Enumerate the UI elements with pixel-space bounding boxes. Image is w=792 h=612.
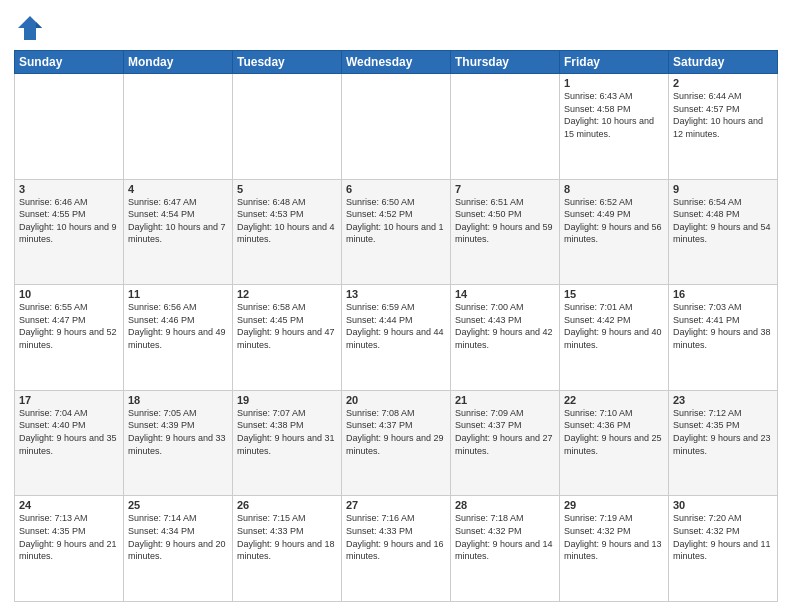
day-number: 17 [19,394,119,406]
calendar-cell: 7Sunrise: 6:51 AM Sunset: 4:50 PM Daylig… [451,179,560,285]
calendar-cell: 15Sunrise: 7:01 AM Sunset: 4:42 PM Dayli… [560,285,669,391]
day-info: Sunrise: 7:19 AM Sunset: 4:32 PM Dayligh… [564,513,662,561]
calendar-week-1: 1Sunrise: 6:43 AM Sunset: 4:58 PM Daylig… [15,74,778,180]
calendar-cell [451,74,560,180]
day-info: Sunrise: 6:50 AM Sunset: 4:52 PM Dayligh… [346,197,444,245]
day-number: 26 [237,499,337,511]
day-info: Sunrise: 7:08 AM Sunset: 4:37 PM Dayligh… [346,408,444,456]
day-info: Sunrise: 6:59 AM Sunset: 4:44 PM Dayligh… [346,302,444,350]
day-info: Sunrise: 6:44 AM Sunset: 4:57 PM Dayligh… [673,91,763,139]
weekday-monday: Monday [124,51,233,74]
calendar-cell: 1Sunrise: 6:43 AM Sunset: 4:58 PM Daylig… [560,74,669,180]
calendar-cell [342,74,451,180]
calendar-cell: 22Sunrise: 7:10 AM Sunset: 4:36 PM Dayli… [560,390,669,496]
day-info: Sunrise: 6:55 AM Sunset: 4:47 PM Dayligh… [19,302,117,350]
calendar-body: 1Sunrise: 6:43 AM Sunset: 4:58 PM Daylig… [15,74,778,602]
day-number: 6 [346,183,446,195]
calendar-cell: 5Sunrise: 6:48 AM Sunset: 4:53 PM Daylig… [233,179,342,285]
day-number: 7 [455,183,555,195]
day-info: Sunrise: 6:51 AM Sunset: 4:50 PM Dayligh… [455,197,553,245]
day-number: 19 [237,394,337,406]
day-number: 1 [564,77,664,89]
day-info: Sunrise: 6:52 AM Sunset: 4:49 PM Dayligh… [564,197,662,245]
day-number: 29 [564,499,664,511]
day-info: Sunrise: 7:07 AM Sunset: 4:38 PM Dayligh… [237,408,335,456]
weekday-wednesday: Wednesday [342,51,451,74]
day-number: 23 [673,394,773,406]
day-number: 15 [564,288,664,300]
day-info: Sunrise: 7:18 AM Sunset: 4:32 PM Dayligh… [455,513,553,561]
calendar-week-5: 24Sunrise: 7:13 AM Sunset: 4:35 PM Dayli… [15,496,778,602]
day-number: 8 [564,183,664,195]
calendar-week-2: 3Sunrise: 6:46 AM Sunset: 4:55 PM Daylig… [15,179,778,285]
day-info: Sunrise: 6:56 AM Sunset: 4:46 PM Dayligh… [128,302,226,350]
calendar-cell: 13Sunrise: 6:59 AM Sunset: 4:44 PM Dayli… [342,285,451,391]
calendar-cell: 16Sunrise: 7:03 AM Sunset: 4:41 PM Dayli… [669,285,778,391]
day-number: 18 [128,394,228,406]
calendar-cell: 14Sunrise: 7:00 AM Sunset: 4:43 PM Dayli… [451,285,560,391]
day-info: Sunrise: 6:58 AM Sunset: 4:45 PM Dayligh… [237,302,335,350]
calendar-cell [233,74,342,180]
calendar-cell [15,74,124,180]
day-number: 20 [346,394,446,406]
day-number: 22 [564,394,664,406]
calendar-cell: 18Sunrise: 7:05 AM Sunset: 4:39 PM Dayli… [124,390,233,496]
weekday-sunday: Sunday [15,51,124,74]
day-number: 5 [237,183,337,195]
day-number: 13 [346,288,446,300]
logo-icon [16,14,44,42]
day-number: 11 [128,288,228,300]
header [14,10,778,42]
calendar-cell: 4Sunrise: 6:47 AM Sunset: 4:54 PM Daylig… [124,179,233,285]
day-info: Sunrise: 7:20 AM Sunset: 4:32 PM Dayligh… [673,513,771,561]
day-number: 28 [455,499,555,511]
calendar-cell: 26Sunrise: 7:15 AM Sunset: 4:33 PM Dayli… [233,496,342,602]
day-info: Sunrise: 7:13 AM Sunset: 4:35 PM Dayligh… [19,513,117,561]
calendar-cell: 25Sunrise: 7:14 AM Sunset: 4:34 PM Dayli… [124,496,233,602]
weekday-thursday: Thursday [451,51,560,74]
calendar-cell: 2Sunrise: 6:44 AM Sunset: 4:57 PM Daylig… [669,74,778,180]
day-info: Sunrise: 7:16 AM Sunset: 4:33 PM Dayligh… [346,513,444,561]
calendar-cell: 27Sunrise: 7:16 AM Sunset: 4:33 PM Dayli… [342,496,451,602]
weekday-tuesday: Tuesday [233,51,342,74]
day-info: Sunrise: 7:12 AM Sunset: 4:35 PM Dayligh… [673,408,771,456]
day-number: 27 [346,499,446,511]
day-info: Sunrise: 7:03 AM Sunset: 4:41 PM Dayligh… [673,302,771,350]
calendar-cell: 10Sunrise: 6:55 AM Sunset: 4:47 PM Dayli… [15,285,124,391]
day-info: Sunrise: 7:14 AM Sunset: 4:34 PM Dayligh… [128,513,226,561]
day-number: 14 [455,288,555,300]
logo [14,14,44,42]
day-info: Sunrise: 6:54 AM Sunset: 4:48 PM Dayligh… [673,197,771,245]
calendar-cell: 21Sunrise: 7:09 AM Sunset: 4:37 PM Dayli… [451,390,560,496]
day-info: Sunrise: 6:46 AM Sunset: 4:55 PM Dayligh… [19,197,117,245]
calendar-cell: 9Sunrise: 6:54 AM Sunset: 4:48 PM Daylig… [669,179,778,285]
day-number: 3 [19,183,119,195]
calendar-cell: 30Sunrise: 7:20 AM Sunset: 4:32 PM Dayli… [669,496,778,602]
calendar-cell: 8Sunrise: 6:52 AM Sunset: 4:49 PM Daylig… [560,179,669,285]
calendar-cell: 24Sunrise: 7:13 AM Sunset: 4:35 PM Dayli… [15,496,124,602]
page: SundayMondayTuesdayWednesdayThursdayFrid… [0,0,792,612]
day-number: 24 [19,499,119,511]
day-info: Sunrise: 6:48 AM Sunset: 4:53 PM Dayligh… [237,197,335,245]
calendar-week-3: 10Sunrise: 6:55 AM Sunset: 4:47 PM Dayli… [15,285,778,391]
weekday-saturday: Saturday [669,51,778,74]
calendar-cell: 3Sunrise: 6:46 AM Sunset: 4:55 PM Daylig… [15,179,124,285]
calendar-cell: 12Sunrise: 6:58 AM Sunset: 4:45 PM Dayli… [233,285,342,391]
day-number: 9 [673,183,773,195]
day-number: 12 [237,288,337,300]
calendar-cell: 20Sunrise: 7:08 AM Sunset: 4:37 PM Dayli… [342,390,451,496]
calendar-cell: 28Sunrise: 7:18 AM Sunset: 4:32 PM Dayli… [451,496,560,602]
day-info: Sunrise: 7:09 AM Sunset: 4:37 PM Dayligh… [455,408,553,456]
weekday-header-row: SundayMondayTuesdayWednesdayThursdayFrid… [15,51,778,74]
calendar-week-4: 17Sunrise: 7:04 AM Sunset: 4:40 PM Dayli… [15,390,778,496]
day-info: Sunrise: 7:01 AM Sunset: 4:42 PM Dayligh… [564,302,662,350]
day-number: 25 [128,499,228,511]
svg-marker-1 [36,22,42,28]
day-number: 4 [128,183,228,195]
day-info: Sunrise: 6:43 AM Sunset: 4:58 PM Dayligh… [564,91,654,139]
calendar-cell: 19Sunrise: 7:07 AM Sunset: 4:38 PM Dayli… [233,390,342,496]
calendar-cell [124,74,233,180]
day-info: Sunrise: 7:05 AM Sunset: 4:39 PM Dayligh… [128,408,226,456]
calendar-cell: 11Sunrise: 6:56 AM Sunset: 4:46 PM Dayli… [124,285,233,391]
day-number: 21 [455,394,555,406]
